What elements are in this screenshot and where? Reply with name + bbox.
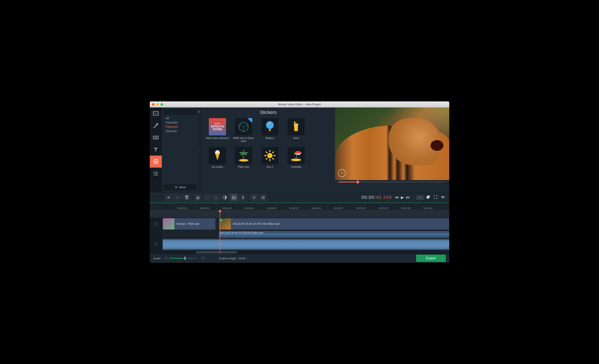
redo-button[interactable] (173, 193, 182, 202)
sticker-icecream[interactable]: Ice cream (206, 147, 229, 169)
playback-controls: ⏮ ▶ ⏭ (395, 195, 410, 200)
video-track[interactable]: Woman - 7826.mp4 ★ WILDLIFE IN 4K (ULTRA… (150, 218, 449, 231)
linked-audio-head (150, 231, 163, 238)
ruler-mark: 00:01:09 (423, 207, 433, 210)
preview-scrubber[interactable] (335, 180, 449, 184)
sidebar-stickers-tab[interactable] (150, 156, 162, 168)
timeline-ruler[interactable]: 00:00:3600:00:3900:00:4200:00:4500:00:48… (150, 203, 449, 210)
category-favorites[interactable]: Favorites (164, 120, 196, 125)
scale-slider[interactable] (169, 258, 197, 259)
svg-point-14 (158, 138, 158, 139)
ruler-mark: 00:00:36 (178, 207, 187, 210)
search-input[interactable] (166, 110, 198, 114)
music-track[interactable] (150, 238, 449, 251)
clip-wildlife[interactable]: ★ WILDLIFE IN 4K (ULTRA HD) 60fps.mp4 (219, 218, 449, 230)
play-button[interactable]: ▶ (401, 195, 404, 200)
music-track-icon (150, 238, 163, 250)
sticker-umbrella[interactable]: Umbrella (284, 147, 308, 169)
sticker-balloon[interactable]: Balloon (258, 118, 282, 143)
sticker-new-sets[interactable]: NEW sets in Store now! (232, 118, 255, 143)
equalizer-button[interactable] (259, 193, 267, 202)
crop-button[interactable] (212, 193, 220, 202)
search-box[interactable]: ✕ (164, 109, 197, 115)
color-button[interactable] (221, 193, 229, 202)
svg-point-20 (153, 175, 154, 176)
fullscreen-icon[interactable] (432, 195, 439, 200)
linked-audio-track[interactable]: WILDLIFE IN 4K (ULTRA HD) 60fps.mp4 (150, 231, 449, 238)
svg-rect-2 (154, 113, 154, 113)
ruler-mark: 00:01:06 (401, 207, 410, 210)
svg-rect-59 (202, 257, 202, 258)
svg-point-37 (243, 153, 243, 154)
new-badge-icon (247, 118, 252, 123)
ruler-mark: 00:00:48 (267, 207, 276, 210)
sidebar-filters-tab[interactable] (150, 119, 162, 132)
zoom-out-icon[interactable] (164, 256, 169, 260)
traffic-lights (152, 103, 163, 106)
aspect-ratio-button[interactable]: 16:9 (416, 195, 424, 200)
export-button[interactable]: Export (416, 255, 446, 262)
delete-button[interactable] (182, 193, 191, 202)
sticker-want-more[interactable]: MOVAVIEFFECTSSTORE Want more stickers? (206, 118, 229, 143)
zoom-in-icon[interactable] (200, 256, 206, 260)
maximize-window-button[interactable] (160, 103, 163, 106)
svg-point-34 (218, 151, 219, 152)
sidebar-transitions-tab[interactable] (150, 132, 162, 143)
pop-out-icon[interactable] (425, 195, 431, 200)
collapse-handle[interactable]: ‹ (198, 107, 201, 192)
sticker-sun[interactable]: Sun 2 (258, 147, 282, 169)
svg-point-31 (294, 122, 295, 123)
rotate-button[interactable] (203, 193, 211, 202)
prev-button[interactable]: ⏮ (395, 195, 399, 200)
sidebar-more-tab[interactable] (150, 168, 162, 180)
svg-point-28 (268, 124, 269, 125)
sidebar-media-tab[interactable] (150, 107, 162, 119)
ruler-mark: 00:00:57 (334, 207, 343, 210)
category-featured[interactable]: Featured (164, 125, 196, 129)
sticker-palm[interactable]: Palm tree (232, 147, 255, 169)
app-window: Movavi Video Editor – New Project (150, 101, 449, 263)
ruler-mark: 00:00:51 (289, 207, 299, 210)
svg-rect-50 (264, 196, 264, 197)
next-button[interactable]: ⏭ (406, 195, 410, 200)
sticker-drink[interactable]: Drink (284, 118, 308, 143)
minimize-window-button[interactable] (156, 103, 159, 106)
sidebar-titles-tab[interactable] (150, 143, 162, 156)
category-list: All Favorites Featured Summer (164, 115, 197, 184)
close-window-button[interactable] (152, 103, 154, 106)
svg-rect-27 (269, 130, 271, 131)
music-clip[interactable] (163, 239, 449, 250)
ruler-mark: 00:00:45 (245, 207, 254, 210)
clip-star-icon: ★ (220, 219, 223, 222)
preview-canvas[interactable]: ✕ (335, 107, 449, 180)
scrollbar-thumb[interactable] (196, 251, 237, 253)
volume-icon[interactable] (440, 195, 446, 200)
window-title: Movavi Video Editor – New Project (278, 103, 321, 106)
svg-rect-46 (243, 196, 244, 198)
cut-button[interactable] (194, 193, 202, 202)
store-button[interactable]: Store (164, 184, 197, 191)
ruler-mark: 00:01:03 (379, 207, 388, 210)
mic-button[interactable] (239, 193, 247, 202)
view-controls: 16:9 (416, 195, 446, 200)
timeline-scrollbar[interactable] (150, 251, 449, 254)
category-all[interactable]: All (164, 116, 196, 120)
ruler-mark: 00:00:54 (312, 207, 321, 210)
tracks-container: Woman - 7826.mp4 ★ WILDLIFE IN 4K (ULTRA… (150, 210, 449, 254)
svg-point-10 (153, 137, 154, 138)
clear-search-icon[interactable]: ✕ (198, 110, 201, 114)
svg-point-40 (291, 159, 301, 161)
project-length: Project length: 04:09 (219, 257, 245, 260)
svg-point-9 (153, 136, 154, 137)
image-button[interactable] (230, 193, 238, 202)
svg-point-26 (266, 121, 274, 129)
category-summer[interactable]: Summer (164, 129, 196, 133)
audio-clip-wildlife[interactable]: WILDLIFE IN 4K (ULTRA HD) 60fps.mp4 (219, 231, 449, 238)
settings-button[interactable] (250, 193, 258, 202)
clip-woman[interactable]: Woman - 7826.mp4 (163, 218, 215, 230)
svg-point-45 (233, 197, 234, 197)
svg-rect-49 (263, 198, 264, 198)
title-bar: Movavi Video Editor – New Project (150, 101, 449, 107)
undo-button[interactable] (164, 193, 173, 202)
svg-rect-4 (158, 112, 158, 112)
